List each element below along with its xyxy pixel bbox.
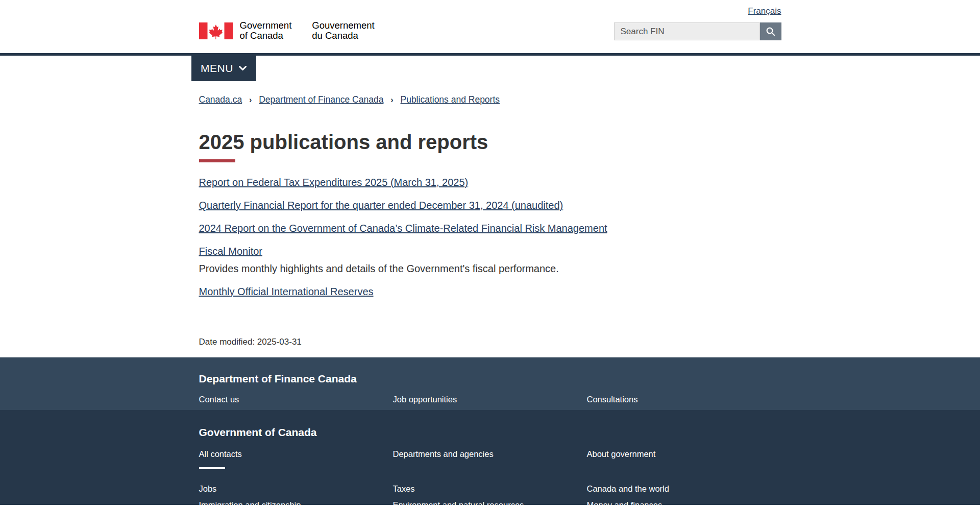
date-modified: Date modified: 2025-03-31 <box>199 337 781 348</box>
search-icon <box>766 27 775 36</box>
search-input[interactable] <box>614 22 760 40</box>
breadcrumb-link-canada-ca[interactable]: Canada.ca <box>199 94 242 105</box>
footer-link-about-government[interactable]: About government <box>587 449 781 459</box>
footer-contextual-heading: Department of Finance Canada <box>199 373 781 385</box>
monthly-reserves-link[interactable]: Monthly Official International Reserves <box>199 286 374 297</box>
footer-link-job-opportunities[interactable]: Job opportunities <box>393 394 587 404</box>
date-modified-value: 2025-03-31 <box>257 337 302 347</box>
site-header: Français Government of Canada Gouverneme… <box>0 0 980 53</box>
fiscal-monitor-link[interactable]: Fiscal Monitor <box>199 246 262 257</box>
climate-risk-report-link[interactable]: 2024 Report on the Government of Canada’… <box>199 223 607 234</box>
logo-wordmark-french: Gouvernement du Canada <box>312 20 374 41</box>
list-item: 2024 Report on the Government of Canada’… <box>199 222 781 235</box>
date-modified-label: Date modified: <box>199 337 255 347</box>
main-navigation: MENU <box>0 53 980 81</box>
main-content: 2025 publications and reports Report on … <box>199 131 781 357</box>
logo-wordmark-english: Government of Canada <box>240 20 292 41</box>
report-federal-tax-expenditures-link[interactable]: Report on Federal Tax Expenditures 2025 … <box>199 177 469 188</box>
footer-link-money-and-finances[interactable]: Money and finances <box>587 500 781 507</box>
footer-link-jobs[interactable]: Jobs <box>199 484 393 494</box>
footer-link-taxes[interactable]: Taxes <box>393 484 587 494</box>
canada-flag-icon <box>199 22 233 39</box>
footer-main-band: Government of Canada All contacts Depart… <box>0 410 980 505</box>
language-toggle-link[interactable]: Français <box>748 6 781 16</box>
government-of-canada-logo[interactable]: Government of Canada Gouvernement du Can… <box>199 20 375 41</box>
chevron-down-icon <box>239 66 247 71</box>
footer-divider-bar <box>199 467 225 469</box>
footer-link-departments-and-agencies[interactable]: Departments and agencies <box>393 449 587 459</box>
search-button[interactable] <box>760 22 781 40</box>
breadcrumb-link-publications-and-reports[interactable]: Publications and Reports <box>400 94 500 105</box>
list-item: Quarterly Financial Report for the quart… <box>199 199 781 212</box>
breadcrumb: Canada.ca › Department of Finance Canada… <box>199 94 781 105</box>
footer-link-immigration-and-citizenship[interactable]: Immigration and citizenship <box>199 500 393 507</box>
menu-button-label: MENU <box>201 62 233 75</box>
footer-contextual-band: Department of Finance Canada Contact us … <box>0 357 980 410</box>
fiscal-monitor-description: Provides monthly highlights and details … <box>199 262 781 275</box>
quarterly-financial-report-link[interactable]: Quarterly Financial Report for the quart… <box>199 200 564 211</box>
footer-main-heading: Government of Canada <box>199 426 781 439</box>
title-accent-bar <box>199 159 235 162</box>
menu-button[interactable]: MENU <box>191 56 256 81</box>
list-item: Fiscal Monitor Provides monthly highligh… <box>199 245 781 275</box>
footer-link-canada-and-the-world[interactable]: Canada and the world <box>587 484 781 494</box>
site-search <box>614 22 781 40</box>
footer-link-all-contacts[interactable]: All contacts <box>199 449 393 459</box>
footer-link-contact-us[interactable]: Contact us <box>199 394 393 404</box>
page-title: 2025 publications and reports <box>199 131 781 153</box>
footer-link-environment-and-natural-resources[interactable]: Environment and natural resources <box>393 500 587 507</box>
breadcrumb-separator-icon: › <box>390 95 393 104</box>
publications-list: Report on Federal Tax Expenditures 2025 … <box>199 176 781 298</box>
footer-link-consultations[interactable]: Consultations <box>587 394 781 404</box>
list-item: Report on Federal Tax Expenditures 2025 … <box>199 176 781 189</box>
breadcrumb-link-department-of-finance[interactable]: Department of Finance Canada <box>259 94 383 105</box>
breadcrumb-separator-icon: › <box>249 95 252 104</box>
list-item: Monthly Official International Reserves <box>199 285 781 298</box>
site-footer: Department of Finance Canada Contact us … <box>0 357 980 505</box>
